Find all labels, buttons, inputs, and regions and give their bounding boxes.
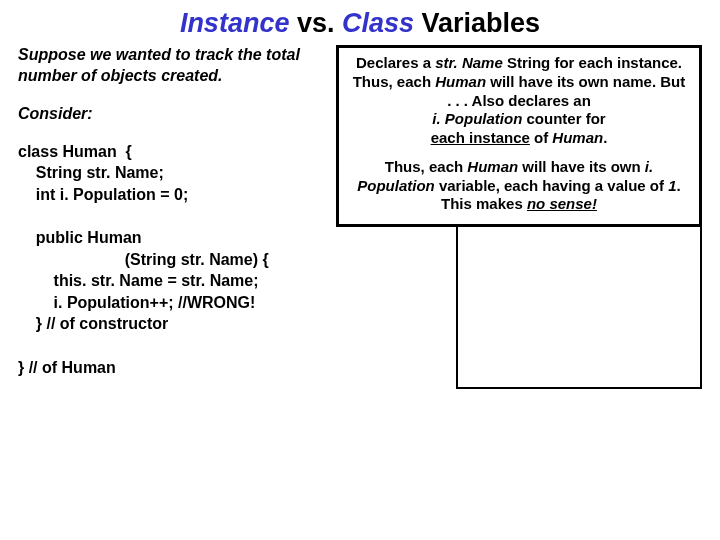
right-column: Declares a str. Name String for each ins… <box>336 45 702 389</box>
intro-text: Suppose we wanted to track the total num… <box>18 45 318 87</box>
explanation-p1: Declares a str. Name String for each ins… <box>349 54 689 148</box>
code-block: class Human { String str. Name; int i. P… <box>18 141 318 379</box>
explanation-p2: Thus, each Human will have its own i. Po… <box>349 158 689 214</box>
slide-title: Instance vs. Class Variables <box>0 0 720 45</box>
left-column: Suppose we wanted to track the total num… <box>18 45 318 389</box>
explanation-box: Declares a str. Name String for each ins… <box>336 45 702 227</box>
title-vs: vs. <box>289 8 342 38</box>
empty-box <box>456 225 702 389</box>
title-class: Class <box>342 8 414 38</box>
title-instance: Instance <box>180 8 290 38</box>
consider-label: Consider: <box>18 105 318 123</box>
content-area: Suppose we wanted to track the total num… <box>0 45 720 389</box>
title-variables: Variables <box>414 8 540 38</box>
